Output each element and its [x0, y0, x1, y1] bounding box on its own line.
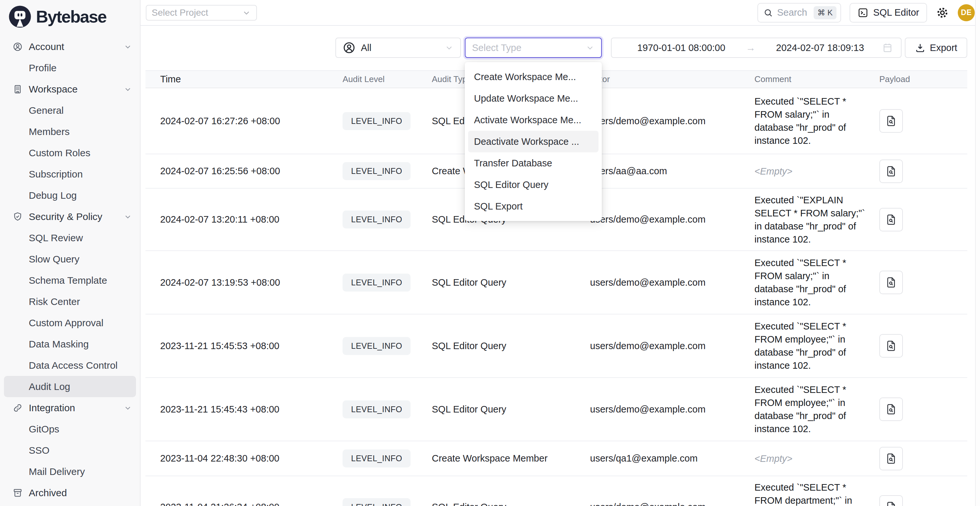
sidebar-item-gitops[interactable]: GitOps — [0, 418, 140, 440]
dropdown-option[interactable]: SQL Export — [468, 196, 598, 217]
sidebar-item-security-policy[interactable]: Security & Policy — [0, 206, 140, 227]
project-select-placeholder: Select Project — [152, 8, 208, 18]
table-row: 2023-11-04 22:48:30 +08:00 LEVEL_INFO Cr… — [145, 441, 967, 476]
user-icon — [342, 41, 356, 54]
export-label: Export — [930, 43, 958, 53]
col-header-audit-level: Audit Level — [342, 74, 432, 84]
sidebar-item-sql-review[interactable]: SQL Review — [0, 227, 140, 248]
sidebar-item-workspace[interactable]: Workspace — [0, 78, 140, 100]
export-button[interactable]: Export — [905, 38, 967, 58]
dropdown-option-highlighted[interactable]: Deactivate Workspace ... — [468, 131, 598, 152]
sidebar-item-profile[interactable]: Profile — [0, 57, 140, 78]
dropdown-option[interactable]: Update Workspace Me... — [468, 88, 598, 109]
project-select[interactable]: Select Project — [146, 5, 257, 21]
archive-icon — [13, 488, 23, 498]
chevron-down-icon — [445, 43, 454, 52]
sql-editor-label: SQL Editor — [873, 7, 919, 18]
sidebar-item-data-masking[interactable]: Data Masking — [0, 333, 140, 355]
search-placeholder: Search — [777, 7, 807, 18]
audit-level-badge: LEVEL_INFO — [342, 337, 410, 355]
sidebar-item-schema-template[interactable]: Schema Template — [0, 270, 140, 291]
table-row: 2024-02-07 13:19:53 +08:00 LEVEL_INFO SQ… — [145, 251, 967, 315]
user-icon — [13, 41, 23, 52]
actor-filter-select[interactable]: All — [336, 38, 461, 58]
audit-level-badge: LEVEL_INFO — [342, 162, 410, 180]
gear-icon[interactable] — [935, 6, 949, 20]
building-icon — [13, 84, 23, 94]
sidebar-item-risk-center[interactable]: Risk Center — [0, 291, 140, 312]
payload-view-button[interactable] — [879, 334, 903, 358]
sidebar-item-custom-roles[interactable]: Custom Roles — [0, 142, 140, 164]
scrollbar[interactable] — [975, 0, 980, 506]
arrow-right-icon: → — [743, 42, 758, 53]
col-header-time: Time — [145, 74, 342, 85]
audit-level-badge: LEVEL_INFO — [342, 274, 410, 291]
audit-level-badge: LEVEL_INFO — [342, 210, 410, 229]
chevron-down-icon — [124, 43, 132, 51]
download-icon — [915, 43, 926, 53]
dropdown-option[interactable]: Activate Workspace Me... — [468, 109, 598, 131]
sidebar-item-account[interactable]: Account — [0, 36, 140, 57]
table-row: 2023-11-04 21:26:34 +08:00 LEVEL_INFO SQ… — [145, 476, 967, 506]
sidebar-item-debug-log[interactable]: Debug Log — [0, 185, 140, 206]
terminal-icon — [858, 7, 869, 18]
type-filter-dropdown: Create Workspace Me... Update Workspace … — [465, 62, 602, 221]
logo-wordmark: Bytebase — [36, 7, 106, 27]
table-row: 2023-11-21 15:45:53 +08:00 LEVEL_INFO SQ… — [145, 315, 967, 378]
bytebase-logo[interactable]: Bytebase — [0, 0, 140, 28]
sidebar-item-audit-log[interactable]: Audit Log — [4, 376, 136, 397]
sql-editor-button[interactable]: SQL Editor — [850, 3, 927, 22]
shield-check-icon — [13, 212, 23, 222]
bytebase-logo-icon — [8, 5, 31, 28]
sidebar: Bytebase Account Profile Workspace Gener… — [0, 0, 140, 506]
type-filter-placeholder: Select Type — [472, 43, 521, 53]
chevron-down-icon — [242, 8, 251, 18]
sidebar-item-general[interactable]: General — [0, 100, 140, 121]
sidebar-item-archived[interactable]: Archived — [0, 482, 140, 503]
col-header-actor: Actor — [590, 74, 754, 84]
date-range-picker[interactable]: 1970-01-01 08:00:00 → 2024-02-07 18:09:1… — [611, 38, 902, 58]
search-shortcut-badge: ⌘ K — [814, 6, 837, 19]
avatar[interactable]: DE — [958, 4, 975, 21]
chevron-down-icon — [124, 404, 132, 412]
payload-view-button[interactable] — [879, 447, 903, 470]
payload-view-button[interactable] — [879, 398, 903, 421]
dropdown-option[interactable]: Transfer Database — [468, 152, 598, 174]
date-from-value: 1970-01-01 08:00:00 — [619, 43, 743, 53]
sidebar-item-sso[interactable]: SSO — [0, 440, 140, 461]
audit-level-badge: LEVEL_INFO — [342, 112, 410, 130]
sidebar-item-mail-delivery[interactable]: Mail Delivery — [0, 461, 140, 482]
sidebar-item-custom-approval[interactable]: Custom Approval — [0, 312, 140, 333]
sidebar-item-data-access-control[interactable]: Data Access Control — [0, 355, 140, 376]
sidebar-nav: Account Profile Workspace General Member… — [0, 36, 140, 503]
audit-level-badge: LEVEL_INFO — [342, 449, 410, 468]
payload-view-button[interactable] — [879, 208, 903, 231]
payload-view-button[interactable] — [879, 159, 903, 183]
actor-filter-value: All — [361, 43, 371, 53]
date-to-value: 2024-02-07 18:09:13 — [758, 43, 882, 53]
chevron-down-icon — [124, 212, 132, 221]
sidebar-item-integration[interactable]: Integration — [0, 397, 140, 418]
chevron-down-icon — [124, 85, 132, 94]
search-input[interactable]: Search ⌘ K — [757, 3, 841, 22]
dropdown-option[interactable]: SQL Editor Query — [468, 174, 598, 196]
topbar-right: Search ⌘ K SQL Editor DE — [757, 3, 975, 22]
payload-view-button[interactable] — [879, 495, 903, 506]
audit-level-badge: LEVEL_INFO — [342, 498, 410, 506]
payload-view-button[interactable] — [879, 109, 903, 133]
table-row: 2023-11-21 15:45:43 +08:00 LEVEL_INFO SQ… — [145, 378, 967, 441]
chevron-down-icon — [585, 43, 595, 52]
col-header-comment: Comment — [754, 74, 879, 84]
col-header-payload: Payload — [879, 74, 967, 84]
calendar-icon — [882, 42, 893, 53]
dropdown-option[interactable]: Create Workspace Me... — [468, 66, 598, 88]
sidebar-item-slow-query[interactable]: Slow Query — [0, 248, 140, 270]
audit-level-badge: LEVEL_INFO — [342, 400, 410, 418]
search-icon — [763, 8, 773, 18]
type-filter-select[interactable]: Select Type — [465, 38, 602, 58]
sidebar-item-members[interactable]: Members — [0, 121, 140, 142]
sidebar-item-subscription[interactable]: Subscription — [0, 164, 140, 185]
topbar: Select Project Search ⌘ K SQL Editor DE — [140, 0, 980, 26]
link-icon — [13, 403, 23, 413]
payload-view-button[interactable] — [879, 271, 903, 294]
